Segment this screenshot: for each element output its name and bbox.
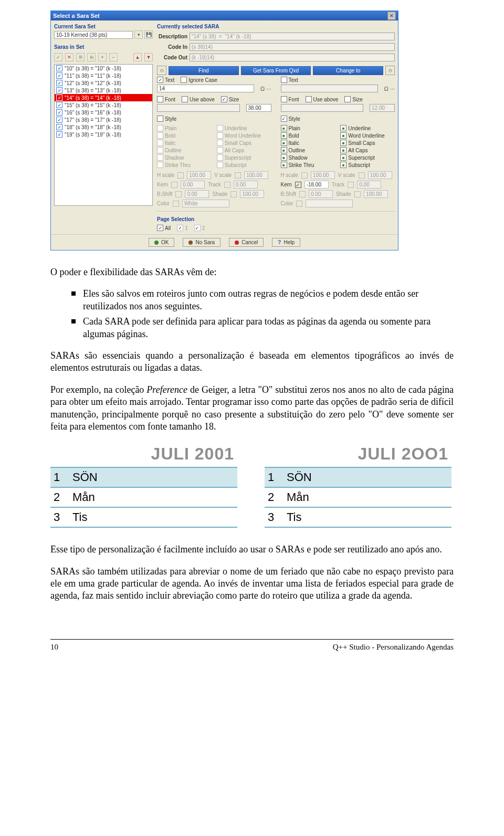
footer-title: Q++ Studio - Personalizando Agendas <box>333 643 454 652</box>
find-useabove-check[interactable]: Use above <box>182 96 215 102</box>
dialog-titlebar[interactable]: Select a Sara Set ✕ <box>51 11 398 20</box>
codeout-label: Code Out <box>157 55 187 60</box>
bullet-item: Eles são salvos em roteiros junto com ou… <box>71 288 454 312</box>
style-smallcaps[interactable]: ■Small Caps <box>340 140 395 146</box>
list-item[interactable]: ✓"13" (s 38) = "13" (k -18) <box>55 87 152 94</box>
codeout-field <box>190 54 395 61</box>
style-subscript[interactable]: ■Subscript <box>340 162 395 168</box>
description-label: Description <box>157 34 187 39</box>
change-font-check[interactable]: Font <box>281 96 299 102</box>
find-header: Find <box>169 66 239 75</box>
style-strikethru[interactable]: ■Strike Thru <box>281 162 335 168</box>
page-1-check: ✓1 <box>177 225 188 231</box>
paragraph: SARAs são também utilizadas para abrevia… <box>50 566 454 602</box>
find-font-check[interactable]: Font <box>157 96 175 102</box>
style-superscript: Superscript <box>217 154 271 161</box>
list-item[interactable]: ✓"12" (s 38) = "12" (k -18) <box>55 79 152 87</box>
find-size-check[interactable]: ✓Size <box>221 96 239 102</box>
list-item[interactable]: ✓"18" (s 38) = "18" (k -18) <box>55 123 152 131</box>
get-sara-header[interactable]: Get Sara From Qxd <box>241 66 311 75</box>
style-bold[interactable]: ■Bold <box>281 132 335 139</box>
style-underline[interactable]: ■Underline <box>340 125 395 131</box>
page-selection-label: Page Selection <box>157 216 395 222</box>
change-vscale <box>368 171 392 179</box>
copy-icon[interactable]: ⎘ <box>76 53 85 61</box>
change-text-check[interactable]: Text <box>281 77 298 83</box>
document-body: O poder e flexibilidade das SARAs vêm de… <box>50 266 454 433</box>
find-size-input[interactable] <box>246 104 271 112</box>
paragraph: O poder e flexibilidade das SARAs vêm de… <box>50 266 454 278</box>
find-color <box>182 200 229 207</box>
list-item-selected[interactable]: ✓"14" (s 38) = "14" (k -18) <box>55 94 152 101</box>
style-wordunderline: Word Underline <box>217 132 271 139</box>
find-hscale <box>187 171 211 179</box>
list-item[interactable]: ✓"17" (s 38) = "17" (k -18) <box>55 116 152 123</box>
page-all-check[interactable]: ✓All <box>157 225 171 231</box>
sara-list[interactable]: ✓"10" (s 38) = "10" (k -18) ✓"11" (s 38)… <box>54 64 153 206</box>
paragraph: SARAs são essenciais quando a personaliz… <box>50 350 454 374</box>
change-font-input <box>281 104 364 112</box>
list-item[interactable]: ✓"10" (s 38) = "10" (k -18) <box>55 65 152 72</box>
style-wordunderline[interactable]: ■Word Underline <box>340 132 395 139</box>
ok-button[interactable]: OK <box>149 238 174 247</box>
page-footer: 10 Q++ Studio - Personalizando Agendas <box>50 639 454 652</box>
remove-icon[interactable]: − <box>109 53 118 61</box>
style-plain[interactable]: ■Plain <box>281 125 335 131</box>
juli-row: 1SÖN <box>265 467 452 487</box>
list-item[interactable]: ✓"11" (s 38) = "11" (k -18) <box>55 72 152 79</box>
change-size-check[interactable]: Size <box>344 96 362 102</box>
juli-row: 2Mån <box>50 487 237 507</box>
style-allcaps[interactable]: ■All Caps <box>340 147 395 153</box>
change-next-icon[interactable]: ◇ <box>385 66 395 75</box>
paste-icon[interactable]: ⎗ <box>87 53 96 61</box>
save-icon[interactable]: 💾 <box>144 30 153 39</box>
find-text-input[interactable] <box>157 85 254 92</box>
find-track <box>234 181 258 189</box>
find-style-check[interactable]: Style <box>157 116 176 122</box>
juli-row: 3Tis <box>265 507 452 527</box>
style-shadow[interactable]: ■Shadow <box>281 154 335 161</box>
move-up-icon[interactable]: ▲ <box>133 53 142 61</box>
move-down-icon[interactable]: ▼ <box>144 53 153 61</box>
close-icon[interactable]: ✕ <box>387 12 396 20</box>
change-panel: Text Ω ··· Font Use above Size ✓Style <box>281 77 395 207</box>
change-style-check[interactable]: ✓Style <box>281 116 300 122</box>
find-panel: ✓Text Ignore Case Ω ··· Font Use above ✓… <box>157 77 271 207</box>
change-header: Change to <box>313 66 383 75</box>
style-plain: Plain <box>157 125 212 131</box>
currently-selected-label: Currently selected SARA <box>157 24 395 29</box>
nosara-button[interactable]: No Sara <box>183 238 220 247</box>
add-icon[interactable]: + <box>98 53 107 61</box>
find-text-check[interactable]: ✓Text <box>157 77 174 83</box>
juli-title: JULI 2OO1 <box>265 444 452 464</box>
codein-label: Code In <box>157 44 187 50</box>
omega-icon[interactable]: Ω ··· <box>260 86 271 92</box>
saras-in-set-label: Saras in Set <box>54 44 153 50</box>
change-kern[interactable] <box>304 181 329 189</box>
ignore-case-check[interactable]: Ignore Case <box>181 77 217 83</box>
style-italic[interactable]: ■Italic <box>281 140 335 146</box>
change-useabove-check[interactable]: Use above <box>306 96 339 102</box>
list-item[interactable]: ✓"16" (s 38) = "16" (k -18) <box>55 109 152 116</box>
style-smallcaps: Small Caps <box>217 140 271 146</box>
find-prev-icon[interactable]: ◇ <box>157 66 166 75</box>
omega-icon[interactable]: Ω ··· <box>384 86 395 92</box>
list-item[interactable]: ✓"19" (s 38) = "19" (k -18) <box>55 131 152 138</box>
juli-row: 2Mån <box>265 487 452 507</box>
style-superscript[interactable]: ■Superscript <box>340 154 395 161</box>
check-icon[interactable]: ✓ <box>54 53 62 61</box>
change-text-input <box>281 85 378 92</box>
dropdown-icon[interactable]: ▾ <box>134 30 143 39</box>
current-set-input[interactable] <box>54 31 133 39</box>
find-kern <box>181 181 205 189</box>
cancel-button[interactable]: Cancel <box>229 238 264 247</box>
change-track <box>357 181 381 189</box>
help-button[interactable]: ?Help <box>272 238 300 247</box>
change-color <box>306 200 353 207</box>
delete-icon[interactable]: ✕ <box>65 53 74 61</box>
sara-set-dialog: Select a Sara Set ✕ Current Sara Set ▾ 💾… <box>50 11 398 250</box>
list-item[interactable]: ✓"15" (s 38) = "15" (k -18) <box>55 101 152 109</box>
style-shadow: Shadow <box>157 154 212 161</box>
style-outline[interactable]: ■Outline <box>281 147 335 153</box>
codein-field <box>190 43 395 51</box>
